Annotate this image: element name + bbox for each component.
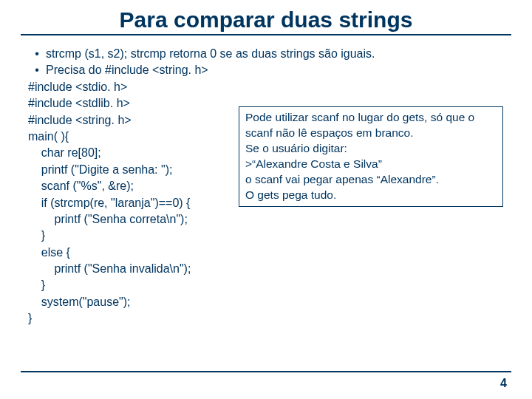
note-line: >“Alexandre Costa e Silva”: [245, 157, 497, 172]
title-underline: [21, 34, 511, 35]
note-box: Pode utilizar scanf no lugar do gets, só…: [239, 106, 503, 207]
bullet-marker: •: [28, 62, 46, 78]
bullet-marker: •: [28, 46, 46, 62]
slide: Para comparar duas strings • strcmp (s1,…: [0, 0, 532, 399]
note-line: O gets pega tudo.: [245, 188, 497, 203]
footer-rule: [21, 371, 511, 372]
content-area: • strcmp (s1, s2); strcmp retorna 0 se a…: [0, 37, 532, 327]
page-number: 4: [500, 377, 507, 390]
note-line: Pode utilizar scanf no lugar do gets, só…: [245, 110, 497, 126]
note-line: scanf não lê espaços em branco.: [245, 126, 497, 141]
note-line: Se o usuário digitar:: [245, 141, 497, 157]
bullet-text: Precisa do #include <string. h>: [46, 62, 208, 78]
slide-title: Para comparar duas strings: [0, 7, 532, 33]
title-block: Para comparar duas strings: [0, 0, 532, 37]
note-line: o scanf vai pegar apenas “Alexandre”.: [245, 172, 497, 188]
bullet-item: • strcmp (s1, s2); strcmp retorna 0 se a…: [28, 46, 504, 62]
bullet-item: • Precisa do #include <string. h>: [28, 62, 504, 78]
bullet-text: strcmp (s1, s2); strcmp retorna 0 se as …: [46, 46, 375, 62]
bullet-prefix: strcmp (s1, s2);: [46, 47, 131, 60]
bullet-body: strcmp retorna 0 se as duas strings são …: [131, 47, 375, 60]
